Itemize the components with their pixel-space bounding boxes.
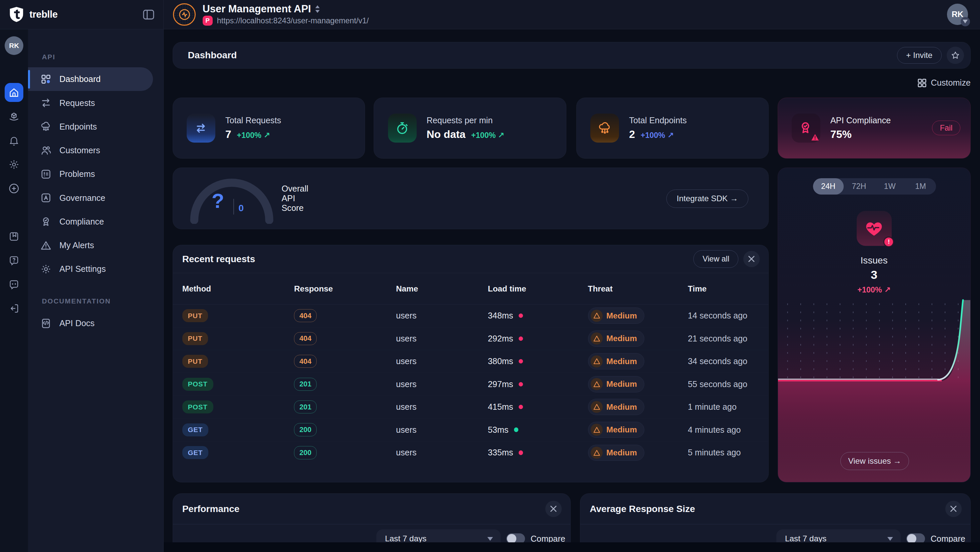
view-all-button[interactable]: View all <box>693 250 738 268</box>
stat-label: Total Requests <box>225 116 281 125</box>
issues-value: 3 <box>778 268 970 282</box>
range-1m[interactable]: 1M <box>905 178 936 195</box>
table-header-row: Method Response Name Load time Threat Ti… <box>173 273 768 305</box>
stat-label: API Compliance <box>830 116 891 125</box>
environment-badge: P <box>203 16 213 25</box>
range-1w[interactable]: 1W <box>874 178 905 195</box>
stat-label: Requests per min <box>427 116 504 125</box>
page-title: Dashboard <box>188 50 237 60</box>
stat-card-api-compliance: API Compliance 75% Fail <box>778 98 970 159</box>
sidebar-item-api-docs[interactable]: API Docs <box>28 311 153 335</box>
requests-arrows-icon <box>40 97 52 109</box>
api-base-url: https://localhost:8243/user-management/v… <box>217 16 369 25</box>
stat-delta: +100% ↗ <box>237 131 270 140</box>
bell-icon[interactable] <box>5 131 23 150</box>
load-time: 415ms <box>488 402 513 412</box>
load-time: 335ms <box>488 448 513 457</box>
api-title[interactable]: User Management API <box>203 3 311 15</box>
api-score-panel: ? 0 Overall API Score Integrate SDK → <box>173 168 769 230</box>
sidebar-item-label: Dashboard <box>59 74 101 84</box>
column-header: Time <box>688 284 759 293</box>
load-dot <box>519 359 523 363</box>
issues-label: Issues <box>778 255 970 266</box>
sidebar-item-customers[interactable]: Customers <box>28 139 153 162</box>
alert-badge: ! <box>883 236 894 247</box>
sidebar-item-problems[interactable]: Problems <box>28 162 153 186</box>
favorite-star-button[interactable] <box>947 47 964 64</box>
request-name: users <box>396 311 488 320</box>
api-avatar[interactable] <box>173 3 196 26</box>
feedback-icon[interactable] <box>5 275 23 294</box>
threat-badge: Medium <box>588 308 644 324</box>
table-row[interactable]: POST 201 users 297ms Medium 55 seconds a… <box>173 373 768 395</box>
view-issues-button[interactable]: View issues → <box>840 452 909 470</box>
table-row[interactable]: PUT 404 users 348ms Medium 14 seconds ag… <box>173 305 768 327</box>
table-row[interactable]: GET 200 users 53ms Medium 4 minutes ago <box>173 419 768 441</box>
sidebar-item-my-alerts[interactable]: My Alerts <box>28 233 153 257</box>
ar-cube-icon[interactable] <box>5 107 23 126</box>
dashboard-grid-icon <box>40 73 52 85</box>
load-dot <box>519 450 523 455</box>
issues-panel: 24H 72H 1W 1M ! Issues 3 +100% ↗ <box>778 168 970 482</box>
load-time: 292ms <box>488 334 513 343</box>
sidebar-item-requests[interactable]: Requests <box>28 91 153 114</box>
stat-value: 75% <box>830 128 852 141</box>
load-dot <box>519 382 523 386</box>
star-icon <box>951 51 960 60</box>
request-time: 21 seconds ago <box>688 334 759 343</box>
threat-badge: Medium <box>588 422 644 438</box>
warning-triangle-icon <box>591 310 603 322</box>
customize-button[interactable]: Customize <box>918 78 970 87</box>
close-avg-response-button[interactable] <box>945 501 962 517</box>
plus-circle-icon[interactable] <box>5 179 23 198</box>
customize-grid-icon <box>918 79 926 87</box>
home-icon[interactable] <box>5 83 23 102</box>
customers-people-icon <box>40 144 52 157</box>
request-name: users <box>396 379 488 389</box>
load-time: 380ms <box>488 357 513 366</box>
method-badge: GET <box>182 446 208 459</box>
brand-name: treblle <box>29 9 58 20</box>
gear-icon[interactable] <box>5 155 23 174</box>
range-72h[interactable]: 72H <box>844 178 874 195</box>
response-badge: 404 <box>294 332 317 345</box>
rail-user-avatar[interactable]: RK <box>5 36 23 55</box>
sidebar-item-compliance[interactable]: Compliance <box>28 210 153 233</box>
table-row[interactable]: PUT 404 users 380ms Medium 34 seconds ag… <box>173 350 768 373</box>
table-row[interactable]: PUT 404 users 292ms Medium 21 seconds ag… <box>173 327 768 350</box>
panel-title: Average Response Size <box>590 504 695 514</box>
threat-badge: Medium <box>588 376 644 392</box>
response-badge: 200 <box>294 446 317 459</box>
stat-card-total-endpoints: Total Endpoints 2 +100% ↗ <box>576 98 769 159</box>
user-avatar[interactable]: RK <box>947 4 968 25</box>
problems-list-icon <box>40 168 52 180</box>
help-icon[interactable] <box>5 251 23 270</box>
range-24h[interactable]: 24H <box>813 178 844 195</box>
warning-triangle-icon <box>591 447 603 459</box>
request-time: 14 seconds ago <box>688 311 759 320</box>
column-header: Method <box>182 284 294 293</box>
sidebar-item-dashboard[interactable]: Dashboard <box>28 67 153 91</box>
table-row[interactable]: GET 200 users 335ms Medium 5 minutes ago <box>173 441 768 464</box>
heart-pulse-icon: ! <box>857 211 892 246</box>
table-row[interactable]: POST 201 users 415ms Medium 1 minute ago <box>173 396 768 419</box>
bookmark-icon[interactable] <box>5 227 23 246</box>
logout-icon[interactable] <box>5 299 23 318</box>
collapse-sidebar-icon[interactable] <box>143 9 155 20</box>
chevron-down-icon <box>887 537 893 541</box>
close-recent-button[interactable] <box>743 251 760 267</box>
load-time: 53ms <box>488 425 509 435</box>
method-badge: GET <box>182 424 208 436</box>
viewport-bottom-strip <box>164 542 980 552</box>
sidebar-item-governance[interactable]: Governance <box>28 186 153 209</box>
cloud-endpoints-icon <box>590 114 619 142</box>
invite-button[interactable]: + Invite <box>897 47 942 64</box>
response-badge: 404 <box>294 309 317 322</box>
sidebar-item-endpoints[interactable]: Endpoints <box>28 115 153 139</box>
close-icon <box>748 255 755 263</box>
close-performance-button[interactable] <box>545 501 562 517</box>
integrate-sdk-button[interactable]: Integrate SDK → <box>667 190 748 208</box>
load-time: 348ms <box>488 311 513 320</box>
sidebar-item-api-settings[interactable]: API Settings <box>28 257 153 281</box>
sort-chevrons-icon[interactable] <box>315 5 320 13</box>
